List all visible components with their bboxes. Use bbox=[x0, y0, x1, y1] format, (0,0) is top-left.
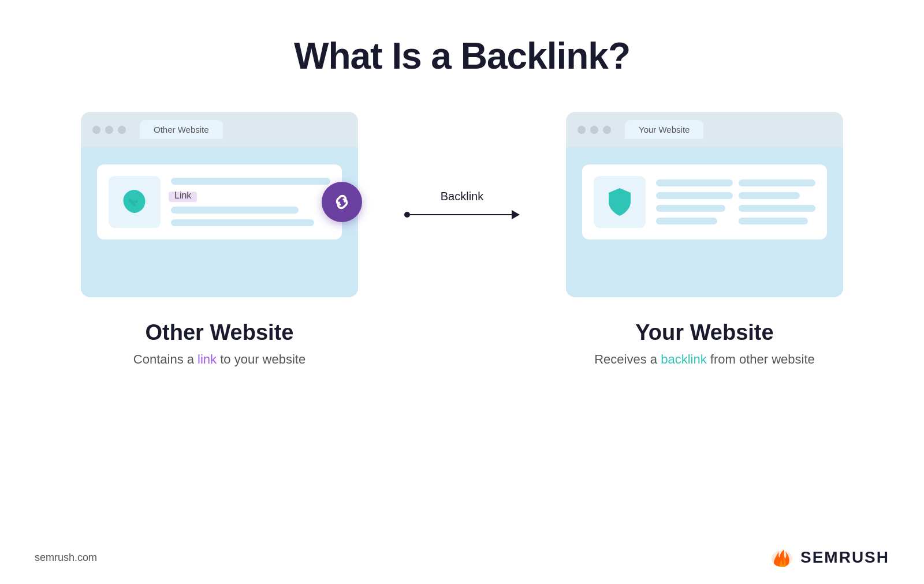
link-text-wrapper: Link bbox=[171, 190, 195, 201]
diagram-area: Other Website L bbox=[0, 112, 924, 297]
arrow-shaft bbox=[410, 214, 512, 215]
r-line-7 bbox=[656, 218, 717, 224]
left-browser-window: Other Website L bbox=[81, 112, 358, 297]
right-label-title: Your Website bbox=[566, 320, 843, 345]
left-label-desc: Contains a link to your website bbox=[81, 352, 358, 367]
right-browser-window: Your Website bbox=[566, 112, 843, 297]
left-label-block: Other Website Contains a link to your we… bbox=[81, 320, 358, 367]
right-browser-tab: Your Website bbox=[625, 120, 703, 139]
left-desc-before: Contains a bbox=[133, 352, 198, 366]
right-dot-1 bbox=[578, 126, 586, 134]
line-4 bbox=[171, 219, 314, 226]
left-label-title: Other Website bbox=[81, 320, 358, 345]
right-label-block: Your Website Receives a backlink from ot… bbox=[566, 320, 843, 367]
shield-icon bbox=[605, 186, 634, 218]
right-browser-dots bbox=[578, 126, 611, 134]
right-desc-before: Receives a bbox=[594, 352, 661, 366]
right-card-lines bbox=[656, 179, 815, 224]
right-desc-after: from other website bbox=[707, 352, 815, 366]
dot-3 bbox=[118, 126, 126, 134]
backlink-label: Backlink bbox=[441, 190, 483, 203]
footer: semrush.com SEMRUSH bbox=[0, 547, 924, 568]
labels-area: Other Website Contains a link to your we… bbox=[0, 320, 924, 367]
arrow-line bbox=[404, 210, 520, 219]
line-1 bbox=[171, 178, 330, 185]
right-browser-chrome: Your Website bbox=[566, 112, 843, 147]
blob-icon bbox=[119, 186, 150, 218]
link-text: Link bbox=[171, 189, 195, 201]
semrush-brand-text: SEMRUSH bbox=[800, 548, 889, 567]
dot-1 bbox=[92, 126, 100, 134]
left-browser-tab: Other Website bbox=[140, 120, 223, 139]
label-spacer bbox=[404, 320, 520, 367]
r-line-2 bbox=[739, 179, 815, 186]
left-card-icon bbox=[109, 176, 161, 228]
left-link-word: link bbox=[198, 352, 217, 366]
left-card-lines: Link bbox=[171, 178, 330, 226]
r-line-1 bbox=[656, 179, 733, 186]
backlink-arrow: Backlink bbox=[404, 190, 520, 219]
line-3 bbox=[171, 207, 299, 214]
right-label-desc: Receives a backlink from other website bbox=[566, 352, 843, 367]
chain-link-circle bbox=[322, 182, 362, 222]
r-line-6 bbox=[739, 205, 815, 212]
left-content-card: Link bbox=[97, 164, 342, 239]
dot-2 bbox=[105, 126, 113, 134]
footer-url: semrush.com bbox=[35, 552, 97, 564]
left-desc-after: to your website bbox=[217, 352, 305, 366]
r-line-5 bbox=[656, 205, 725, 212]
right-dot-3 bbox=[603, 126, 611, 134]
right-backlink-word: backlink bbox=[661, 352, 706, 366]
right-dot-2 bbox=[590, 126, 598, 134]
shield-icon-container bbox=[594, 176, 646, 228]
right-browser-body bbox=[566, 147, 843, 297]
left-browser-body: Link bbox=[81, 147, 358, 297]
page-title: What Is a Backlink? bbox=[0, 0, 924, 77]
semrush-logo: SEMRUSH bbox=[769, 547, 889, 568]
arrow-head bbox=[512, 210, 520, 219]
r-line-4 bbox=[739, 192, 800, 199]
chain-icon bbox=[331, 191, 353, 213]
r-line-3 bbox=[656, 192, 733, 199]
link-highlight-area: Link bbox=[171, 190, 330, 201]
r-line-8 bbox=[739, 218, 808, 224]
arrow-dot bbox=[404, 212, 410, 218]
semrush-flame-icon bbox=[769, 547, 795, 568]
left-browser-chrome: Other Website bbox=[81, 112, 358, 147]
right-content-card bbox=[582, 164, 827, 239]
left-browser-dots bbox=[92, 126, 126, 134]
